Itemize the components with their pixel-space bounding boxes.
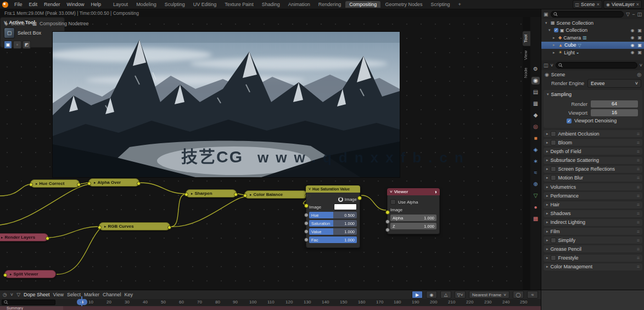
alpha-input-socket[interactable] [385,219,390,224]
expand-caret-icon[interactable]: ▸ [546,158,548,162]
editor-type-icon[interactable]: ◷ [3,292,7,297]
outliner-row-scene-collection[interactable]: ▾ ✓ ▦ Scene Collection ◉ ▣ [541,19,644,27]
expand-caret-icon[interactable]: ▸ [546,256,548,260]
outliner-item-label[interactable]: Camera [563,35,581,41]
summary-channel-row[interactable]: Summary [0,306,541,310]
outliner-row-light[interactable]: ▸ ✓ ☀ Light ◒ ◉ ▣ [541,49,644,57]
tab-object-data-icon[interactable]: ▽ [531,192,540,200]
tab-modifiers-icon[interactable]: ◈ [531,146,540,154]
collapse-caret-icon[interactable]: ▸ [104,224,107,229]
topbar-menu[interactable]: Window [64,2,87,7]
fac-slider[interactable]: Fac 1.000 [309,236,357,243]
topbar-menu[interactable]: File [12,2,25,7]
outliner-row-camera[interactable]: ▸ ✓ ◆ Camera ▥ ◉ ▣ [541,34,644,42]
select-mode-button[interactable]: ▫ [13,41,21,49]
expand-caret-icon[interactable]: ▸ [546,238,548,243]
tab-texture-paint[interactable]: Texture Paint [221,1,257,8]
expand-caret-icon[interactable]: ▸ [546,220,548,224]
drag-grip-icon[interactable]: ≡ [637,140,640,145]
section-film[interactable]: ▸ Film ≡ [544,228,642,235]
snap-dropdown[interactable]: Nearest Frame ˅ [469,291,509,298]
channel-search-input[interactable] [2,300,55,305]
disable-in-render-icon[interactable]: ▣ [637,28,642,33]
tab-shading[interactable]: Shading [258,1,284,8]
collapse-caret-icon[interactable]: ▸ [1,235,3,240]
render-engine-dropdown[interactable]: Eevee ˅ [587,79,641,88]
section-color-management[interactable]: ▸ Color Management ≡ [544,263,642,270]
section-screen-space-reflections[interactable]: ▸ Screen Space Reflections ≡ [544,166,642,173]
mode-dropdown[interactable]: Dope Sheet [24,292,50,297]
collapse-caret-icon[interactable]: ▸ [191,191,193,196]
section-indirect-lighting[interactable]: ▸ Indirect Lighting ≡ [544,219,642,226]
drag-grip-icon[interactable]: ≡ [637,131,640,137]
hue-slider[interactable]: Hue 0.500 [309,212,357,218]
outliner-row-cube[interactable]: ▸ ✓ ▲ Cube ▽ ◉ ▣ [541,42,644,49]
expand-caret-icon[interactable]: ▸ [546,247,548,251]
use-alpha-checkbox[interactable] [390,199,396,205]
node-header[interactable]: ˅ Viewer ◑ [387,188,440,195]
collapse-caret-icon[interactable]: ˅ [309,187,311,191]
tab-scene-icon[interactable]: ◆ [531,111,540,119]
collapse-caret-icon[interactable]: ˅ [390,189,393,194]
proportional-edit-button[interactable]: ◯ [513,291,524,298]
node-color-balance[interactable]: ▸ Color Balance [244,190,307,199]
node-render-layers[interactable]: ▸ Render Layers [0,233,48,241]
outliner-item-label[interactable]: Cube [564,42,576,48]
image-input-socket[interactable] [385,210,390,215]
drag-grip-icon[interactable]: ≡ [637,229,640,234]
section-checkbox[interactable] [551,238,556,243]
expand-caret-icon[interactable]: ▾ [545,21,549,25]
expand-caret-icon[interactable]: ▸ [546,211,548,216]
summary-channel-label[interactable]: Summary [0,306,63,310]
node-viewer[interactable]: ˅ Viewer ◑ Use Alpha Image Alpha 1.000 [387,188,440,234]
image-input-socket[interactable] [304,204,309,208]
tab-uv-editing[interactable]: UV Editing [189,1,221,8]
saturation-slider[interactable]: Saturation 1.000 [309,220,357,227]
drag-grip-icon[interactable]: ≡ [637,149,640,154]
dope-sheet-menu[interactable]: Marker [84,292,99,297]
section-freestyle[interactable]: ▸ Freestyle ≡ [544,255,642,262]
alpha-slider[interactable]: Alpha 1.000 [390,215,436,221]
node-hue-saturation-value[interactable]: ˅ Hue Saturation Value Image Image Hue 0… [306,185,360,248]
filter-dropdown-button[interactable]: ▽˅ [455,291,466,298]
dope-sheet-menu[interactable]: Key [125,292,133,297]
disable-in-render-icon[interactable]: ▣ [637,35,642,40]
drag-grip-icon[interactable]: ≡ [637,246,640,252]
fac-input-socket[interactable] [304,238,309,242]
blender-logo-icon[interactable] [2,2,8,8]
outliner-item-label[interactable]: Light [564,50,575,55]
hide-in-viewport-icon[interactable]: ◉ [630,43,634,48]
collapse-all-icon[interactable]: − [632,12,635,17]
curve-button[interactable]: ≈ [527,291,538,298]
expand-caret-icon[interactable]: ▸ [546,194,548,198]
viewport-denoising-checkbox[interactable]: ✓ [567,119,572,123]
tab-output-icon[interactable]: ▤ [531,88,540,96]
node-header[interactable]: ˅ Hue Saturation Value [306,185,360,193]
collapse-caret-icon[interactable]: ▸ [36,182,38,186]
view-layer-selector[interactable]: ◉ ViewLayer × [603,0,642,9]
tab-animation[interactable]: Animation [284,1,314,8]
topbar-menu[interactable]: Help [88,2,104,7]
z-input-socket[interactable] [385,228,390,232]
tab-view-layer-icon[interactable]: ▦ [531,100,540,108]
section-ambient-occlusion[interactable]: ▸ Ambient Occlusion ≡ [544,130,642,137]
outliner-row-collection[interactable]: ▾ ✓ ▣ Collection ◉ ▣ [541,27,644,35]
dope-sheet-menu[interactable]: Channel [103,292,121,297]
hide-in-viewport-icon[interactable]: ◉ [630,28,634,33]
color-swatch[interactable] [334,204,357,210]
drag-grip-icon[interactable]: ≡ [637,202,640,207]
hide-in-viewport-icon[interactable]: ◉ [630,50,634,55]
section-checkbox[interactable] [551,255,556,261]
panel-options-icon[interactable]: ◫ [637,12,642,17]
options-caret-icon[interactable]: ˅ [640,63,642,68]
sidebar-tab-node[interactable]: Node [523,64,530,81]
tab-rendering[interactable]: Rendering [315,1,345,8]
collapse-caret-icon[interactable]: ▸ [94,181,96,185]
outliner-item-label[interactable]: Collection [566,27,588,33]
drag-grip-icon[interactable]: ≡ [637,175,640,181]
viewport-denoising-row[interactable]: ✓ Viewport Denoising [567,118,638,123]
expand-caret-icon[interactable]: ▸ [553,43,557,47]
breadcrumb-tree[interactable]: Compositing Nodetree [40,21,89,26]
dope-sheet-menu[interactable]: Select [67,292,81,297]
section-checkbox[interactable] [551,140,556,145]
